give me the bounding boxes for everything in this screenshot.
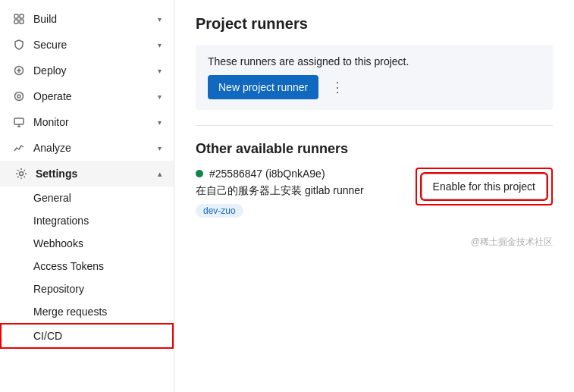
sidebar-item-integrations[interactable]: Integrations <box>0 209 174 232</box>
shield-icon <box>12 38 26 52</box>
settings-submenu: General Integrations Webhooks Access Tok… <box>0 187 174 349</box>
sidebar-item-repository[interactable]: Repository <box>0 278 174 300</box>
new-project-runner-button[interactable]: New project runner <box>208 75 318 99</box>
sidebar-item-secure-label: Secure <box>33 39 67 51</box>
section-divider <box>196 125 553 126</box>
chevron-down-icon: ▾ <box>158 93 162 101</box>
chevron-down-icon: ▾ <box>158 67 162 75</box>
svg-point-8 <box>20 172 24 176</box>
sidebar-item-merge-requests[interactable]: Merge requests <box>0 300 174 323</box>
runner-description: 在自己的服务器上安装 gitlab runner <box>196 184 403 198</box>
sidebar-item-deploy-label: Deploy <box>33 64 67 77</box>
main-content: Project runners These runners are assign… <box>174 0 574 392</box>
runner-row: #25586847 (i8bQnkA9e) 在自己的服务器上安装 gitlab … <box>196 168 553 218</box>
sidebar-item-webhooks[interactable]: Webhooks <box>0 232 174 255</box>
chevron-down-icon: ▾ <box>158 118 162 127</box>
svg-rect-7 <box>14 118 24 124</box>
sidebar-item-build[interactable]: Build ▾ <box>0 6 174 32</box>
enable-btn-wrapper: Enable for this project <box>416 168 553 205</box>
chevron-down-icon: ▾ <box>158 41 162 49</box>
runner-info: #25586847 (i8bQnkA9e) 在自己的服务器上安装 gitlab … <box>196 168 403 218</box>
sidebar-item-analyze-label: Analyze <box>33 142 71 154</box>
svg-rect-2 <box>14 20 18 24</box>
settings-icon <box>14 167 28 180</box>
sidebar-item-access-tokens[interactable]: Access Tokens <box>0 255 174 278</box>
chevron-down-icon: ▾ <box>158 144 162 152</box>
runner-name-row: #25586847 (i8bQnkA9e) <box>196 168 403 180</box>
page-title: Project runners <box>196 15 553 33</box>
chevron-up-icon: ▴ <box>158 170 162 178</box>
other-runners-title: Other available runners <box>196 141 553 157</box>
sidebar-item-operate[interactable]: Operate ▾ <box>0 83 174 109</box>
sidebar-item-cicd[interactable]: CI/CD <box>0 323 174 349</box>
sidebar-item-build-label: Build <box>33 13 57 25</box>
runner-tag: dev-zuo <box>196 204 243 218</box>
analyze-icon <box>12 141 26 155</box>
runner-status-dot <box>196 170 203 177</box>
svg-rect-3 <box>20 20 24 24</box>
sidebar-item-analyze[interactable]: Analyze ▾ <box>0 135 174 161</box>
sidebar-item-deploy[interactable]: Deploy ▾ <box>0 58 174 83</box>
deploy-icon <box>12 64 26 77</box>
enable-for-project-button[interactable]: Enable for this project <box>422 174 547 199</box>
more-options-button[interactable]: ⋮ <box>325 76 350 99</box>
sidebar-item-settings[interactable]: Settings ▴ <box>0 161 174 187</box>
operate-icon <box>12 89 26 103</box>
sidebar-item-monitor[interactable]: Monitor ▾ <box>0 109 174 135</box>
svg-point-5 <box>15 93 24 101</box>
sidebar-item-general[interactable]: General <box>0 187 174 209</box>
svg-rect-0 <box>14 14 18 18</box>
sidebar-item-monitor-label: Monitor <box>33 116 69 128</box>
build-icon <box>12 12 26 26</box>
sidebar-item-secure[interactable]: Secure ▾ <box>0 32 174 58</box>
runner-id: #25586847 (i8bQnkA9e) <box>209 168 325 180</box>
runners-info-box: These runners are assigned to this proje… <box>196 45 553 110</box>
sidebar: Build ▾ Secure ▾ Deploy ▾ Operate ▾ Moni… <box>0 0 174 392</box>
svg-rect-1 <box>20 14 24 18</box>
monitor-icon <box>12 115 26 129</box>
svg-point-6 <box>17 95 20 98</box>
sidebar-item-operate-label: Operate <box>33 90 72 102</box>
watermark: @稀土掘金技术社区 <box>196 236 553 249</box>
chevron-down-icon: ▾ <box>158 15 162 24</box>
runners-description: These runners are assigned to this proje… <box>208 55 409 67</box>
sidebar-item-settings-label: Settings <box>36 168 77 180</box>
